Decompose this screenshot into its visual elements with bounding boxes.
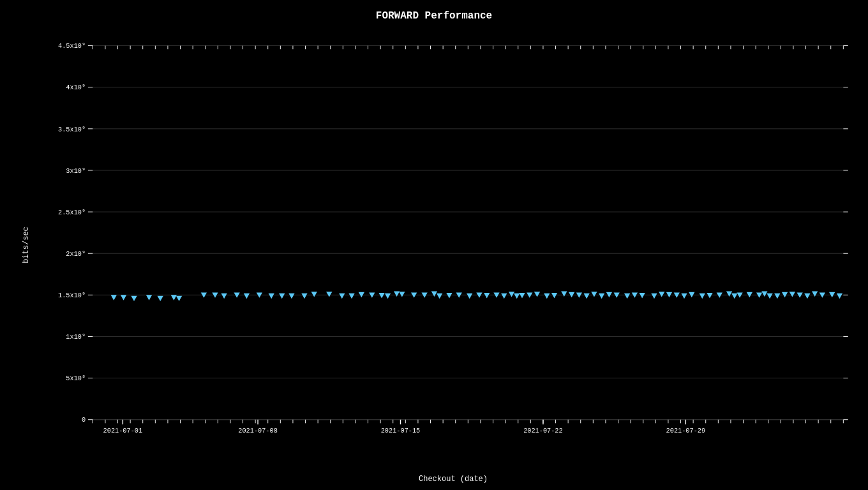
- svg-text:2021-07-15: 2021-07-15: [381, 427, 421, 434]
- svg-text:2x10⁹: 2x10⁹: [66, 250, 86, 258]
- svg-marker-213: [519, 293, 525, 298]
- svg-marker-179: [176, 296, 182, 301]
- svg-text:2021-07-22: 2021-07-22: [523, 427, 563, 434]
- svg-marker-199: [399, 292, 405, 297]
- svg-marker-249: [804, 293, 810, 299]
- y-axis-label: bits/sec: [22, 226, 31, 264]
- svg-marker-178: [171, 295, 177, 300]
- svg-text:2021-07-08: 2021-07-08: [238, 427, 278, 434]
- svg-marker-174: [121, 295, 126, 300]
- svg-marker-233: [681, 293, 687, 299]
- svg-text:1.5x10⁹: 1.5x10⁹: [58, 292, 86, 299]
- svg-marker-184: [244, 293, 250, 299]
- svg-marker-189: [301, 293, 307, 299]
- svg-text:1x10⁹: 1x10⁹: [66, 333, 86, 341]
- svg-text:3x10⁹: 3x10⁹: [66, 167, 86, 175]
- svg-text:2021-07-01: 2021-07-01: [103, 427, 143, 434]
- svg-marker-203: [437, 293, 442, 299]
- svg-marker-197: [385, 293, 391, 299]
- svg-text:5x10⁸: 5x10⁸: [66, 375, 86, 382]
- svg-marker-244: [767, 293, 772, 299]
- svg-marker-193: [348, 293, 354, 299]
- svg-text:3.5x10⁹: 3.5x10⁹: [58, 126, 86, 133]
- svg-marker-188: [288, 293, 294, 299]
- svg-marker-216: [544, 293, 550, 299]
- svg-marker-247: [789, 292, 795, 297]
- svg-marker-196: [378, 293, 384, 298]
- svg-marker-190: [311, 292, 317, 297]
- svg-marker-176: [146, 295, 152, 300]
- svg-marker-210: [501, 293, 507, 299]
- svg-marker-228: [639, 293, 645, 298]
- svg-text:2021-07-29: 2021-07-29: [666, 427, 706, 434]
- svg-marker-191: [326, 292, 332, 297]
- svg-marker-173: [111, 295, 117, 300]
- svg-marker-211: [509, 292, 514, 297]
- svg-text:0: 0: [82, 416, 86, 424]
- chart-container: FORWARD Performance bits/sec 05x10⁸1x10⁹…: [0, 0, 868, 490]
- svg-marker-230: [659, 292, 664, 297]
- chart-title: FORWARD Performance: [0, 10, 868, 22]
- svg-marker-204: [446, 293, 452, 298]
- svg-marker-212: [514, 293, 520, 299]
- svg-marker-187: [279, 293, 285, 299]
- svg-marker-218: [561, 291, 567, 296]
- svg-marker-253: [837, 293, 842, 299]
- svg-marker-239: [731, 293, 737, 299]
- chart-area: 05x10⁸1x10⁹1.5x10⁹2x10⁹2.5x10⁹3x10⁹3.5x1…: [51, 38, 855, 439]
- svg-marker-238: [726, 291, 732, 296]
- svg-marker-177: [158, 296, 163, 301]
- chart-svg: 05x10⁸1x10⁹1.5x10⁹2x10⁹2.5x10⁹3x10⁹3.5x1…: [51, 38, 855, 439]
- svg-text:4.5x10⁹: 4.5x10⁹: [58, 42, 86, 50]
- svg-marker-192: [339, 293, 345, 299]
- svg-marker-222: [591, 292, 597, 297]
- svg-marker-229: [651, 293, 657, 299]
- svg-marker-217: [551, 293, 557, 298]
- svg-text:4x10⁹: 4x10⁹: [66, 84, 86, 91]
- svg-marker-223: [599, 293, 604, 299]
- x-axis-title: Checkout (date): [51, 475, 855, 484]
- svg-marker-208: [484, 293, 490, 298]
- svg-marker-182: [221, 293, 227, 299]
- svg-marker-202: [431, 291, 437, 296]
- svg-marker-245: [774, 293, 780, 299]
- svg-text:2.5x10⁹: 2.5x10⁹: [58, 209, 86, 216]
- svg-marker-186: [269, 293, 274, 299]
- svg-marker-198: [394, 291, 400, 296]
- svg-marker-243: [761, 291, 767, 296]
- svg-marker-226: [624, 293, 630, 299]
- svg-marker-175: [131, 296, 137, 301]
- svg-marker-236: [707, 293, 712, 298]
- svg-marker-206: [467, 293, 472, 299]
- svg-marker-235: [700, 293, 705, 299]
- svg-marker-215: [534, 292, 540, 297]
- svg-marker-250: [812, 291, 818, 296]
- svg-marker-221: [583, 293, 589, 299]
